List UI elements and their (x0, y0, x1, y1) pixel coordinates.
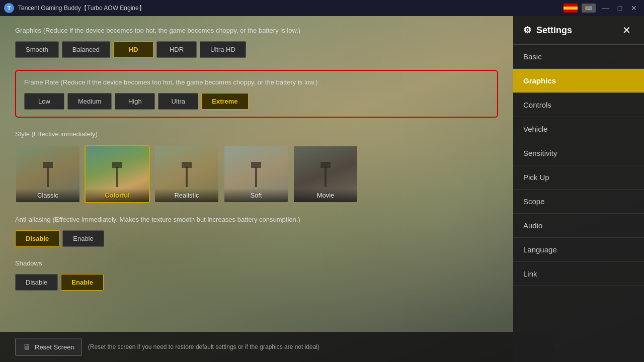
style-realistic-btn[interactable]: Realistic (154, 145, 219, 203)
style-movie-label: Movie (294, 189, 357, 202)
style-soft-btn[interactable]: Soft (223, 145, 289, 203)
style-label: Style (Effective immediately) (15, 130, 498, 139)
style-section: Style (Effective immediately) Classic Co… (15, 130, 498, 203)
tower-icon (325, 167, 327, 187)
nav-graphics[interactable]: Graphics (513, 69, 644, 93)
framerate-high-btn[interactable]: High (115, 93, 155, 110)
reset-screen-button[interactable]: 🖥 Reset Screen (15, 338, 82, 356)
settings-close-button[interactable]: ✕ (619, 23, 634, 37)
framerate-ultra-btn[interactable]: Ultra (158, 93, 198, 110)
style-movie-btn[interactable]: Movie (293, 145, 358, 203)
graphics-quality-options: Smooth Balanced HD HDR Ultra HD (15, 41, 498, 58)
monitor-icon: 🖥 (23, 342, 31, 351)
style-colorful-btn[interactable]: Colorful (85, 145, 150, 203)
nav-audio[interactable]: Audio (513, 214, 644, 238)
settings-title: ⚙ Settings (523, 25, 572, 36)
style-realistic-label: Realistic (155, 189, 218, 202)
maximize-button[interactable]: □ (614, 3, 626, 13)
settings-panel: ⚙ Settings ✕ Basic Graphics Controls Veh… (513, 16, 644, 362)
nav-sensitivity[interactable]: Sensitivity (513, 141, 644, 165)
shadows-enable-btn[interactable]: Enable (61, 274, 104, 291)
settings-header: ⚙ Settings ✕ (513, 16, 644, 45)
shadows-section: Shadows Disable Enable (15, 259, 498, 291)
titlebar: T Tencent Gaming Buddy【Turbo AOW Engine】… (0, 0, 644, 16)
settings-nav: Basic Graphics Controls Vehicle Sensitiv… (513, 45, 644, 362)
shadows-options: Disable Enable (15, 274, 498, 291)
framerate-options: Low Medium High Ultra Extreme (24, 93, 489, 110)
tower-icon (47, 167, 49, 187)
reset-hint-text: (Reset the screen if you need to restore… (88, 343, 319, 350)
graphics-balanced-btn[interactable]: Balanced (62, 41, 110, 58)
graphics-quality-section: Graphics (Reduce if the device becomes t… (15, 26, 498, 58)
reset-screen-label: Reset Screen (35, 343, 74, 351)
style-soft-label: Soft (224, 189, 288, 202)
graphics-hd-btn[interactable]: HD (113, 41, 153, 58)
framerate-extreme-btn[interactable]: Extreme (201, 93, 248, 110)
window-title: Tencent Gaming Buddy【Turbo AOW Engine】 (18, 4, 564, 13)
antialiasing-label: Anti-aliasing (Effective immediately. Ma… (15, 215, 498, 224)
shadows-label: Shadows (15, 259, 498, 268)
framerate-medium-btn[interactable]: Medium (67, 93, 112, 110)
bottom-bar: 🖥 Reset Screen (Reset the screen if you … (0, 332, 553, 362)
main-content: Graphics (Reduce if the device becomes t… (0, 16, 513, 334)
app-icon: T (4, 3, 14, 13)
style-options: Classic Colorful Realistic Soft (15, 145, 498, 203)
style-classic-btn[interactable]: Classic (15, 145, 80, 203)
window-close-button[interactable]: ✕ (628, 3, 640, 13)
tower-icon (186, 167, 188, 187)
gear-icon: ⚙ (523, 25, 531, 36)
antialiasing-options: Disable Enable (15, 230, 498, 247)
settings-title-text: Settings (536, 25, 572, 36)
graphics-quality-label: Graphics (Reduce if the device becomes t… (15, 26, 498, 35)
framerate-label: Frame Rate (Reduce if the device becomes… (24, 78, 489, 87)
nav-controls[interactable]: Controls (513, 93, 644, 117)
graphics-ultrahd-btn[interactable]: Ultra HD (200, 41, 246, 58)
tower-icon (116, 167, 118, 187)
keyboard-icon: ⌨ (582, 4, 596, 13)
flag-icon (564, 4, 578, 13)
style-colorful-label: Colorful (86, 189, 149, 202)
nav-link[interactable]: Link (513, 262, 644, 286)
nav-scope[interactable]: Scope (513, 190, 644, 214)
nav-basic[interactable]: Basic (513, 45, 644, 69)
nav-vehicle[interactable]: Vehicle (513, 117, 644, 141)
nav-pickup[interactable]: Pick Up (513, 165, 644, 190)
style-classic-label: Classic (16, 189, 79, 202)
minimize-button[interactable]: — (600, 3, 612, 13)
shadows-disable-btn[interactable]: Disable (15, 274, 58, 291)
window-controls: — □ ✕ (600, 3, 640, 13)
tower-icon (255, 167, 257, 187)
nav-language[interactable]: Language (513, 238, 644, 262)
graphics-hdr-btn[interactable]: HDR (156, 41, 197, 58)
antialiasing-section: Anti-aliasing (Effective immediately. Ma… (15, 215, 498, 247)
graphics-smooth-btn[interactable]: Smooth (15, 41, 59, 58)
antialiasing-disable-btn[interactable]: Disable (15, 230, 59, 247)
framerate-section: Frame Rate (Reduce if the device becomes… (15, 70, 498, 118)
antialiasing-enable-btn[interactable]: Enable (62, 230, 104, 247)
framerate-low-btn[interactable]: Low (24, 93, 64, 110)
